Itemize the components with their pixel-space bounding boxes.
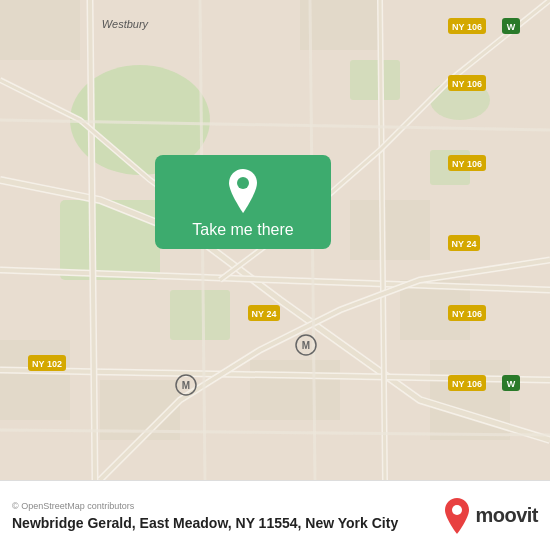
- svg-point-40: [237, 177, 249, 189]
- svg-rect-4: [350, 60, 400, 100]
- svg-rect-3: [170, 290, 230, 340]
- svg-text:M: M: [182, 380, 190, 391]
- bottom-bar: © OpenStreetMap contributors Newbridge G…: [0, 480, 550, 550]
- location-name: Newbridge Gerald, East Meadow, NY 11554,…: [12, 515, 398, 531]
- svg-rect-8: [300, 0, 380, 50]
- svg-text:NY 106: NY 106: [452, 379, 482, 389]
- svg-text:NY 106: NY 106: [452, 159, 482, 169]
- svg-text:NY 106: NY 106: [452, 79, 482, 89]
- svg-text:NY 24: NY 24: [452, 239, 477, 249]
- moovit-text: moovit: [475, 504, 538, 527]
- moovit-pin-icon: [443, 498, 471, 534]
- svg-text:M: M: [302, 340, 310, 351]
- svg-rect-2: [60, 200, 160, 280]
- svg-text:Westbury: Westbury: [102, 18, 150, 30]
- svg-rect-9: [350, 200, 430, 260]
- svg-rect-11: [250, 360, 340, 420]
- svg-rect-7: [0, 0, 80, 60]
- attribution-text: © OpenStreetMap contributors: [12, 501, 398, 511]
- svg-text:NY 102: NY 102: [32, 359, 62, 369]
- svg-text:NY 106: NY 106: [452, 22, 482, 32]
- svg-rect-13: [0, 340, 70, 420]
- svg-text:NY 24: NY 24: [252, 309, 277, 319]
- svg-text:W: W: [507, 22, 516, 32]
- moovit-logo: moovit: [443, 498, 538, 534]
- map-pin-icon: [225, 169, 261, 213]
- svg-text:W: W: [507, 379, 516, 389]
- map-area: NY 106 W NY 106 NY 106 NY 24 NY 24 NY 10…: [0, 0, 550, 480]
- svg-text:NY 106: NY 106: [452, 309, 482, 319]
- svg-point-41: [452, 505, 462, 515]
- button-label: Take me there: [192, 221, 293, 239]
- take-me-there-button[interactable]: Take me there: [155, 155, 331, 249]
- bottom-left-info: © OpenStreetMap contributors Newbridge G…: [12, 501, 398, 531]
